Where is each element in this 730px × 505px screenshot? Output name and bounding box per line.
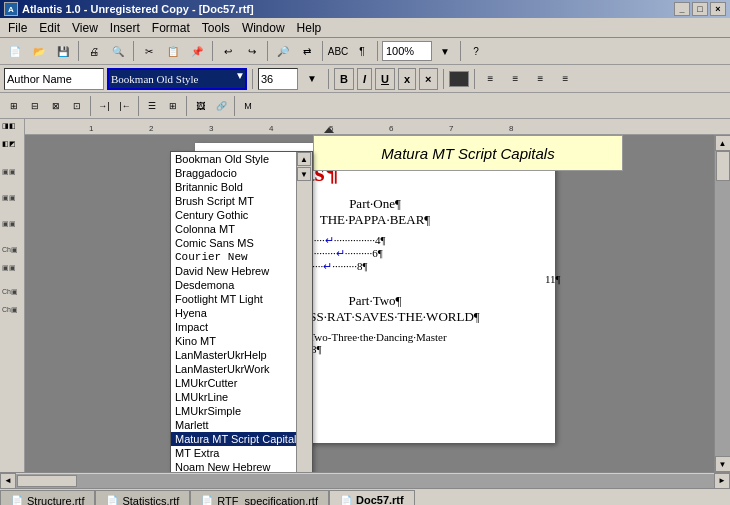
format-btn-1[interactable]: ⊞ [4, 96, 24, 116]
font-list-item[interactable]: LMUkrCutter [171, 376, 298, 390]
font-list-item[interactable]: LanMasterUkrWork [171, 362, 298, 376]
menu-help[interactable]: Help [291, 19, 328, 37]
zoom-dropdown[interactable]: ▼ [434, 40, 456, 62]
close-format-button[interactable]: × [419, 68, 437, 90]
redo-btn[interactable]: ↪ [241, 40, 263, 62]
svg-text:4: 4 [269, 124, 274, 133]
format-btn-4[interactable]: ⊡ [67, 96, 87, 116]
lp-btn1[interactable]: ◨◧ [1, 121, 23, 137]
scroll-up-button[interactable]: ▲ [715, 135, 731, 151]
tab-icon-doc57: 📄 [340, 495, 352, 506]
align-justify-btn[interactable]: ≡ [555, 68, 577, 90]
h-scroll-thumb[interactable] [17, 475, 77, 487]
font-list-item[interactable]: Brush Script MT [171, 194, 298, 208]
scroll-left-button[interactable]: ◄ [0, 473, 16, 489]
italic-button[interactable]: I [357, 68, 372, 90]
menu-file[interactable]: File [2, 19, 33, 37]
tab-rtf-spec[interactable]: 📄 RTF_specification.rtf [190, 490, 329, 505]
h-scroll-track[interactable] [16, 474, 714, 488]
find-btn[interactable]: 🔎 [272, 40, 294, 62]
spell-btn[interactable]: ABC [327, 40, 349, 62]
font-list-item[interactable]: LMUkrLine [171, 390, 298, 404]
font-list-item[interactable]: Braggadocio [171, 166, 298, 180]
copy-btn[interactable]: 📋 [162, 40, 184, 62]
tab-statistics[interactable]: 📄 Statistics.rtf [95, 490, 190, 505]
font-list-item[interactable]: Desdemona [171, 278, 298, 292]
cut-btn[interactable]: ✂ [138, 40, 160, 62]
maximize-button[interactable]: □ [692, 2, 708, 16]
font-list-item[interactable]: Impact [171, 320, 298, 334]
font-list-item[interactable]: David New Hebrew [171, 264, 298, 278]
font-list-item[interactable]: LanMasterUkrHelp [171, 348, 298, 362]
help-btn[interactable]: ? [465, 40, 487, 62]
scroll-down-button[interactable]: ▼ [715, 456, 731, 472]
font-list-item[interactable]: Matura MT Script Capitals [171, 432, 298, 446]
font-list-item[interactable]: Noam New Hebrew [171, 460, 298, 472]
font-list-item[interactable]: Britannic Bold [171, 180, 298, 194]
font-list-item[interactable]: LMUkrSimple [171, 404, 298, 418]
table-btn[interactable]: ⊞ [163, 96, 183, 116]
new-btn[interactable]: 📄 [4, 40, 26, 62]
outdent-btn[interactable]: |← [115, 96, 135, 116]
replace-btn[interactable]: ⇄ [296, 40, 318, 62]
indent-btn[interactable]: →| [94, 96, 114, 116]
img-btn[interactable]: 🖼 [190, 96, 210, 116]
tab-bar: 📄 Structure.rtf 📄 Statistics.rtf 📄 RTF_s… [0, 488, 730, 505]
minimize-button[interactable]: _ [674, 2, 690, 16]
font-list-item[interactable]: Comic Sans MS [171, 236, 298, 250]
format-btn-3[interactable]: ⊠ [46, 96, 66, 116]
zoom-input[interactable] [382, 41, 432, 61]
preview-btn[interactable]: 🔍 [107, 40, 129, 62]
color-picker[interactable] [449, 71, 469, 87]
font-list-scrollbar[interactable]: ▲ ▼ [296, 152, 312, 472]
underline-button[interactable]: U [375, 68, 395, 90]
menu-view[interactable]: View [66, 19, 104, 37]
print-btn[interactable]: 🖨 [83, 40, 105, 62]
scroll-down-btn[interactable]: ▼ [297, 167, 311, 181]
tab-doc57[interactable]: 📄 Doc57.rtf [329, 490, 415, 505]
macro-btn[interactable]: M [238, 96, 258, 116]
font-selector[interactable] [107, 68, 247, 90]
menu-format[interactable]: Format [146, 19, 196, 37]
size-dropdown-btn[interactable]: ▼ [301, 68, 323, 90]
scroll-track[interactable] [715, 151, 730, 456]
lp-btn2[interactable]: ◧◩ [1, 139, 23, 155]
font-list-item[interactable]: Courier New [171, 250, 298, 264]
link-btn[interactable]: 🔗 [211, 96, 231, 116]
svg-text:1: 1 [89, 124, 94, 133]
align-left-btn[interactable]: ≡ [480, 68, 502, 90]
save-btn[interactable]: 💾 [52, 40, 74, 62]
strikethrough-button[interactable]: x [398, 68, 416, 90]
close-button[interactable]: × [710, 2, 726, 16]
font-list-item[interactable]: Marlett [171, 418, 298, 432]
menu-window[interactable]: Window [236, 19, 291, 37]
undo-btn[interactable]: ↩ [217, 40, 239, 62]
font-list-item[interactable]: MT Extra [171, 446, 298, 460]
menu-tools[interactable]: Tools [196, 19, 236, 37]
font-list-item[interactable]: Footlight MT Light [171, 292, 298, 306]
open-btn[interactable]: 📂 [28, 40, 50, 62]
scroll-thumb[interactable] [716, 151, 730, 181]
font-list-item[interactable]: Bookman Old Style [171, 152, 298, 166]
paste-btn[interactable]: 📌 [186, 40, 208, 62]
scroll-up-btn[interactable]: ▲ [297, 152, 311, 166]
sep3 [212, 41, 213, 61]
tab-structure[interactable]: 📄 Structure.rtf [0, 490, 95, 505]
font-dropdown-list[interactable]: Bookman Old StyleBraggadocioBritannic Bo… [170, 151, 313, 472]
style-selector[interactable] [4, 68, 104, 90]
menu-edit[interactable]: Edit [33, 19, 66, 37]
para-btn[interactable]: ¶ [351, 40, 373, 62]
font-list-item[interactable]: Hyena [171, 306, 298, 320]
bold-button[interactable]: B [334, 68, 354, 90]
font-list-item[interactable]: Century Gothic [171, 208, 298, 222]
font-list-item[interactable]: Kino MT [171, 334, 298, 348]
list-btn[interactable]: ☰ [142, 96, 162, 116]
align-right-btn[interactable]: ≡ [530, 68, 552, 90]
font-list-item[interactable]: Colonna MT [171, 222, 298, 236]
format-btn-2[interactable]: ⊟ [25, 96, 45, 116]
align-center-btn[interactable]: ≡ [505, 68, 527, 90]
font-size-selector[interactable] [258, 68, 298, 90]
menu-insert[interactable]: Insert [104, 19, 146, 37]
scroll-right-button[interactable]: ► [714, 473, 730, 489]
right-scrollbar: ▲ ▼ [714, 135, 730, 472]
